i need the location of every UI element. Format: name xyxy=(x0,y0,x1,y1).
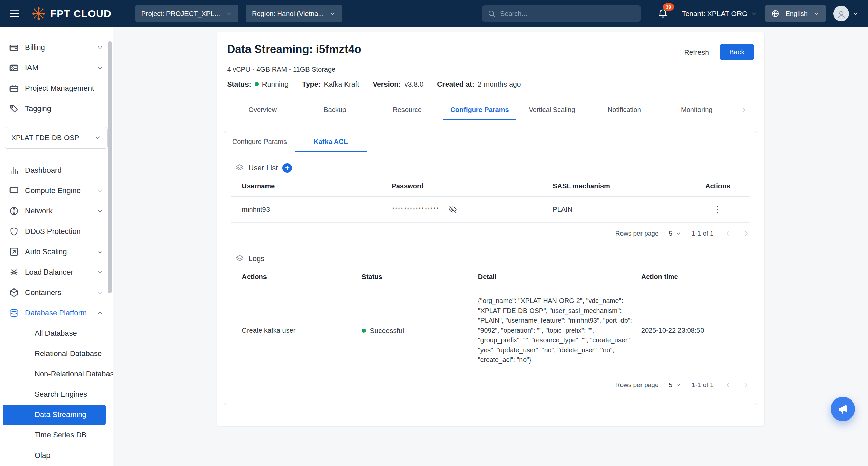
network-icon xyxy=(9,206,19,216)
type-label: Type: xyxy=(302,80,320,88)
sidebar-item-label: Compute Engine xyxy=(25,186,90,195)
sidebar-item-ddos-protection[interactable]: DDoS Protection xyxy=(0,221,113,242)
fpt-cloud-logo-text: FPT CLOUD xyxy=(50,8,112,19)
chevron-down-icon xyxy=(96,248,104,256)
region-selector[interactable]: Region: Hanoi (Vietna... xyxy=(246,5,342,22)
announcement-fab[interactable] xyxy=(831,397,855,421)
database-platform-icon xyxy=(9,308,19,318)
tab-configure-params[interactable]: Configure Params xyxy=(443,100,516,120)
sidebar-scrollbar[interactable] xyxy=(108,41,112,293)
sidebar-item-auto-scaling[interactable]: Auto Scaling xyxy=(0,242,113,262)
project-selector[interactable]: Project: PROJECT_XPL... xyxy=(135,5,238,22)
sidebar-item-load-balancer[interactable]: Load Balancer xyxy=(0,262,113,282)
sidebar-item-data-streaming[interactable]: Data Streaming xyxy=(3,405,106,425)
sidebar-item-iam[interactable]: IAM xyxy=(0,58,113,78)
rows-per-page-label: Rows per page xyxy=(615,381,659,389)
load-balancer-icon xyxy=(9,267,19,277)
next-page-button[interactable] xyxy=(742,229,750,238)
sidebar-item-project-management[interactable]: Project Management xyxy=(0,78,113,98)
language-selector[interactable]: English xyxy=(765,5,826,22)
billing-icon xyxy=(9,42,19,53)
sidebar-item-network[interactable]: Network xyxy=(0,201,113,221)
chevron-down-icon xyxy=(96,64,104,72)
next-page-button[interactable] xyxy=(742,381,750,389)
tabs-scroll-right-button[interactable] xyxy=(733,100,754,120)
status-label: Status: xyxy=(227,80,251,88)
log-detail-cell: {"org_name": "XPLAT-HAN-ORG-2", "vdc_nam… xyxy=(478,296,641,365)
sidebar-item-compute-engine[interactable]: Compute Engine xyxy=(0,181,113,201)
vdc-selector[interactable]: XPLAT-FDE-DB-OSP xyxy=(5,127,108,149)
refresh-button[interactable]: Refresh xyxy=(684,48,709,56)
sidebar-item-relational-database[interactable]: Relational Database xyxy=(3,343,106,364)
chevron-left-icon xyxy=(724,381,732,389)
sidebar-item-label: Load Balancer xyxy=(25,268,90,277)
sidebar-item-olap[interactable]: Olap xyxy=(3,445,106,466)
chevron-down-icon xyxy=(96,44,104,51)
username-cell: minhnt93 xyxy=(231,206,392,213)
sidebar-item-database-platform[interactable]: Database Platform xyxy=(0,303,113,323)
tab-vertical-scaling[interactable]: Vertical Scaling xyxy=(516,100,588,120)
chevron-right-icon xyxy=(740,106,747,114)
chevron-up-icon xyxy=(96,309,104,317)
column-header-action-time: Action time xyxy=(641,273,750,281)
type-value: Kafka Kraft xyxy=(324,80,359,88)
pagination-range: 1-1 of 1 xyxy=(692,230,713,237)
tab-notification[interactable]: Notification xyxy=(588,100,660,120)
sidebar-item-label: Billing xyxy=(25,43,90,52)
sidebar-item-non-relational-database[interactable]: Non-Relational Database xyxy=(3,364,106,384)
sidebar-item-tagging[interactable]: Tagging xyxy=(0,98,113,119)
row-actions-menu-button[interactable]: ⋮ xyxy=(713,205,723,214)
auto-scaling-icon xyxy=(9,247,19,257)
sidebar-item-dashboard[interactable]: Dashboard xyxy=(0,160,113,181)
log-status-cell: Successful xyxy=(362,327,478,335)
rows-per-page-value: 5 xyxy=(669,230,672,237)
tab-backup[interactable]: Backup xyxy=(299,100,371,120)
hamburger-menu-icon[interactable] xyxy=(9,8,20,19)
version-value: v3.8.0 xyxy=(404,80,423,88)
previous-page-button[interactable] xyxy=(724,229,732,238)
user-menu[interactable] xyxy=(833,6,859,21)
back-button[interactable]: Back xyxy=(720,44,754,60)
column-header-actions: Actions xyxy=(685,182,750,190)
sidebar-item-label: Auto Scaling xyxy=(25,247,90,256)
instance-detail-card: Data Streaming: i5fmzt4o Refresh Back 4 … xyxy=(217,32,765,427)
logs-section-title: Logs xyxy=(249,254,265,263)
sidebar-item-label: Network xyxy=(25,207,90,216)
sidebar-item-all-database[interactable]: All Database xyxy=(3,323,106,343)
tab-monitoring[interactable]: Monitoring xyxy=(660,100,733,120)
sidebar-item-time-series-db[interactable]: Time Series DB xyxy=(3,425,106,445)
sidebar-item-billing[interactable]: Billing xyxy=(0,37,113,58)
rows-per-page-select[interactable]: 5 xyxy=(669,230,682,237)
global-search[interactable] xyxy=(482,5,641,22)
log-action-cell: Create kafka user xyxy=(231,327,362,334)
add-user-button[interactable]: + xyxy=(282,163,292,173)
tenant-selector[interactable]: Tenant: XPLAT-ORG xyxy=(682,10,757,18)
subtab-kafka-acl[interactable]: Kafka ACL xyxy=(295,131,367,152)
version-group: Version: v3.8.0 xyxy=(373,80,423,88)
toggle-password-visibility-button[interactable] xyxy=(448,205,457,214)
page-title: Data Streaming: i5fmzt4o xyxy=(227,43,361,56)
search-input[interactable] xyxy=(500,10,636,18)
created-value: 2 months ago xyxy=(478,80,521,88)
chevron-right-icon xyxy=(742,229,750,238)
tab-resource[interactable]: Resource xyxy=(371,100,443,120)
previous-page-button[interactable] xyxy=(724,381,732,389)
chevron-down-icon xyxy=(225,10,232,17)
fpt-cloud-logo[interactable]: FPT CLOUD xyxy=(31,6,112,21)
sidebar-item-search-engines[interactable]: Search Engines xyxy=(3,384,106,405)
tab-overview[interactable]: Overview xyxy=(226,100,299,120)
chevron-down-icon xyxy=(675,382,682,388)
rows-per-page-select[interactable]: 5 xyxy=(669,381,682,389)
person-icon xyxy=(836,10,846,20)
rows-per-page-value: 5 xyxy=(669,381,672,389)
notification-badge: 39 xyxy=(663,3,674,11)
notifications-button[interactable]: 39 xyxy=(657,7,668,20)
log-time-cell: 2025-10-22 23:08:50 xyxy=(641,327,750,334)
column-header-status: Status xyxy=(362,273,478,281)
subtab-configure-params[interactable]: Configure Params xyxy=(224,131,295,152)
logs-pagination: Rows per page 5 1-1 of 1 xyxy=(231,381,750,389)
configure-sub-tabs: Configure Params Kafka ACL xyxy=(224,131,757,152)
instance-specs: 4 vCPU - 4GB RAM - 11GB Storage xyxy=(217,66,764,73)
sidebar-item-label: Database Platform xyxy=(25,309,90,317)
sidebar-item-containers[interactable]: Containers xyxy=(0,282,113,303)
